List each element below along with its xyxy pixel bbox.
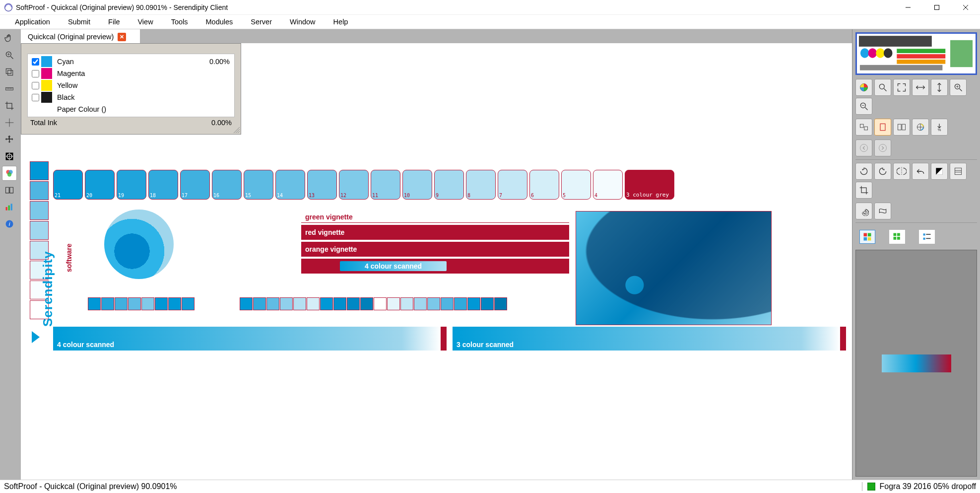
hand-tool-icon[interactable] <box>2 31 17 46</box>
photo-preview <box>576 211 772 325</box>
swatch: 14 <box>275 170 305 200</box>
rotate-ccw-icon[interactable] <box>874 163 891 180</box>
mini-preview <box>882 354 951 372</box>
bar-4c: 4 colour scanned <box>53 327 447 351</box>
menu-server[interactable]: Server <box>242 16 281 28</box>
separation-icon[interactable] <box>912 119 929 136</box>
svg-point-25 <box>7 172 11 176</box>
svg-rect-9 <box>6 69 11 73</box>
navigator-thumbnail[interactable] <box>855 32 977 75</box>
ink-checkbox-black[interactable] <box>32 94 39 101</box>
close-button[interactable] <box>951 0 980 15</box>
clip-tool-icon[interactable] <box>2 65 17 79</box>
crop-2-icon[interactable] <box>855 182 872 199</box>
swatch <box>141 297 154 310</box>
menu-application[interactable]: Application <box>6 16 59 28</box>
bars-tool-icon[interactable] <box>2 200 17 214</box>
fit-width-icon[interactable] <box>912 79 929 96</box>
swatch <box>280 297 293 310</box>
maximize-button[interactable] <box>922 0 951 15</box>
percent-icon[interactable]: % <box>931 119 948 136</box>
minimize-button[interactable] <box>894 0 922 15</box>
zoom-fit-icon[interactable] <box>874 79 891 96</box>
nav-back-icon[interactable] <box>855 140 872 156</box>
swatch <box>360 297 373 310</box>
ribbon-icon[interactable] <box>874 203 891 219</box>
swatch: 13 <box>307 170 337 200</box>
swatch: 12 <box>339 170 369 200</box>
menu-file[interactable]: File <box>99 16 129 28</box>
flip-icon[interactable] <box>893 163 910 180</box>
menu-window[interactable]: Window <box>281 16 325 28</box>
swatch <box>168 297 181 310</box>
fit-height-icon[interactable] <box>931 79 948 96</box>
svg-point-66 <box>860 144 868 152</box>
svg-rect-75 <box>864 237 867 241</box>
menu-submit[interactable]: Submit <box>59 16 99 28</box>
page-list-thumbnail[interactable] <box>855 250 977 477</box>
swatch: 21 <box>53 170 83 200</box>
viewmode-row <box>855 228 977 246</box>
color-wheel-icon[interactable] <box>855 79 872 96</box>
zoom-out-icon[interactable] <box>855 98 872 115</box>
crosshair-tool-icon[interactable] <box>2 115 17 130</box>
tab-close-icon[interactable]: ✕ <box>118 33 126 41</box>
menu-tools[interactable]: Tools <box>162 16 197 28</box>
status-right: Fogra 39 2016 05% dropoff <box>862 482 976 491</box>
compare-icon[interactable] <box>855 119 872 136</box>
fullscreen-icon[interactable] <box>893 79 910 96</box>
ink-coverage-panel[interactable]: Cyan 0.00% Magenta Yellow <box>21 43 241 135</box>
nav-forward-icon[interactable] <box>874 140 891 156</box>
info-tool-icon[interactable]: i <box>2 216 17 231</box>
menu-view[interactable]: View <box>129 16 162 28</box>
move-tool-icon[interactable] <box>2 132 17 147</box>
svg-point-40 <box>884 48 893 58</box>
svg-rect-78 <box>897 233 900 236</box>
workspace: i Quickcal (Original preview) ✕ 21 20 19… <box>0 29 980 480</box>
book-tool-icon[interactable] <box>2 183 17 198</box>
ink-row-cyan: Cyan 0.00% <box>29 56 233 68</box>
swatch-grey: 3 colour grey <box>625 170 674 200</box>
zoom-tool-icon[interactable] <box>2 48 17 63</box>
double-page-icon[interactable] <box>893 119 910 136</box>
rotate-cw-icon[interactable] <box>855 163 872 180</box>
swatch: 16 <box>212 170 242 200</box>
swatch: 17 <box>180 170 210 200</box>
menu-modules[interactable]: Modules <box>196 16 242 28</box>
spiral-icon[interactable] <box>855 203 872 219</box>
ink-checkbox-magenta[interactable] <box>32 70 39 77</box>
svg-rect-44 <box>950 40 973 67</box>
swatch: 20 <box>85 170 115 200</box>
ruler-tool-icon[interactable] <box>2 81 17 96</box>
single-page-icon[interactable] <box>874 119 891 136</box>
svg-rect-80 <box>897 237 900 240</box>
channels-tool-icon[interactable] <box>2 166 17 181</box>
ink-swatch-black <box>41 92 52 103</box>
invert-icon[interactable] <box>931 163 948 180</box>
grid-rows-icon[interactable] <box>950 163 967 180</box>
viewmode-tiles-icon[interactable] <box>889 230 905 244</box>
svg-rect-10 <box>8 70 13 75</box>
zoom-in-icon[interactable] <box>950 79 967 96</box>
undo-icon[interactable] <box>912 163 929 180</box>
vignette-head: green vignette <box>301 211 569 223</box>
swatch <box>481 297 494 310</box>
svg-rect-43 <box>897 60 945 64</box>
swatch <box>414 297 427 310</box>
ink-checkbox-cyan[interactable] <box>32 58 39 66</box>
viewmode-list-icon[interactable] <box>919 230 935 244</box>
viewmode-grid-icon[interactable] <box>859 230 875 244</box>
target-tool-icon[interactable] <box>2 149 17 164</box>
swatch <box>347 297 360 310</box>
svg-rect-36 <box>859 36 932 47</box>
svg-rect-74 <box>868 233 871 237</box>
brand-sub-text: software <box>65 243 73 272</box>
svg-rect-76 <box>868 237 871 241</box>
svg-rect-2 <box>935 5 939 9</box>
crop-tool-icon[interactable] <box>2 98 17 113</box>
tab-quickcal[interactable]: Quickcal (Original preview) ✕ <box>21 29 140 43</box>
menu-help[interactable]: Help <box>325 16 357 28</box>
window-controls <box>894 0 980 15</box>
resize-grip-icon[interactable] <box>232 125 240 133</box>
ink-checkbox-yellow[interactable] <box>32 82 39 89</box>
